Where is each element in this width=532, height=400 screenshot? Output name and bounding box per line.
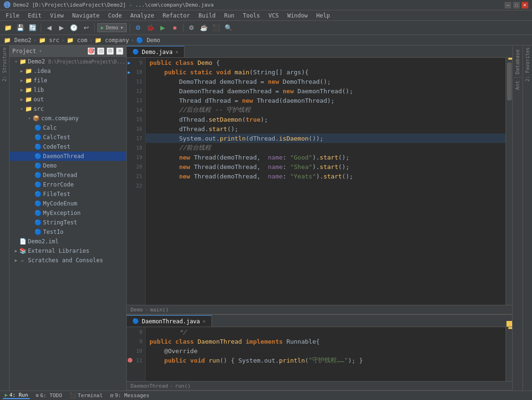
- line-22-num: 22: [127, 181, 145, 190]
- toolbar-back-btn[interactable]: ◀: [44, 23, 54, 33]
- toolbar-recent-btn[interactable]: 🕐: [69, 23, 79, 33]
- breadcrumb-run-method[interactable]: run(): [175, 383, 191, 389]
- toolbar-undo-btn[interactable]: ↩: [81, 23, 91, 33]
- tool-tab-todo[interactable]: ≡ 6: TODO: [34, 392, 64, 399]
- tree-item-calctest[interactable]: 🔵 CalcTest: [9, 133, 126, 142]
- tab-demo-close[interactable]: ✕: [175, 49, 178, 54]
- tab-demo-java[interactable]: 🔵 Demo.java ✕: [127, 46, 184, 57]
- toolbar-project-btn[interactable]: 📁: [3, 23, 13, 33]
- menu-file[interactable]: File: [2, 11, 23, 20]
- tree-label-mycodeenum: MyCodeEnum: [43, 200, 77, 207]
- menu-tools[interactable]: Tools: [239, 11, 264, 20]
- toolbar-save-btn[interactable]: 💾: [15, 23, 26, 33]
- top-code-content[interactable]: public class Demo { public static void m…: [146, 58, 506, 305]
- minimize-button[interactable]: ─: [505, 2, 511, 9]
- breadcrumb-sep1: ›: [33, 37, 36, 44]
- toolbar-stop-btn[interactable]: ■: [170, 23, 180, 33]
- toolbar-build-btn[interactable]: ⚙: [133, 23, 143, 33]
- menu-edit[interactable]: Edit: [24, 11, 45, 20]
- tree-item-out[interactable]: ▶ 📁 out: [9, 95, 126, 104]
- menu-help[interactable]: Help: [313, 11, 334, 20]
- scroll-thumb-top[interactable]: [507, 62, 512, 100]
- run-config-combo[interactable]: ▶ Demo ▾: [97, 23, 127, 32]
- tree-item-codetest[interactable]: 🔵 CodeTest: [9, 142, 126, 151]
- tree-item-scratches[interactable]: ▶ ✏ Scratches and Consoles: [9, 256, 126, 265]
- tree-item-file[interactable]: ▶ 📁 file: [9, 76, 126, 85]
- panel-close-btn[interactable]: ✕: [116, 47, 123, 55]
- src-folder-icon: 📁: [25, 105, 32, 113]
- tree-item-ext-libs[interactable]: ▶ 📚 External Libraries: [9, 246, 126, 256]
- demo2-folder-icon: 📁: [19, 58, 26, 65]
- toolbar-forward-btn[interactable]: ▶: [56, 23, 67, 33]
- tree-arrow-idea: ▶: [19, 68, 25, 74]
- database-label[interactable]: Database: [514, 47, 522, 76]
- menu-window[interactable]: Window: [283, 11, 311, 20]
- favorites-label[interactable]: 2: Favorites: [525, 45, 530, 83]
- tab-daemonthread-java[interactable]: 🔵 DaemonThread.java ✕: [127, 315, 212, 327]
- menu-build[interactable]: Build: [195, 11, 219, 20]
- editor-area: 🔵 Demo.java ✕ 9 ▶ 10 ▶ 11: [127, 45, 512, 391]
- tool-tab-run[interactable]: ▶ 4: Run: [3, 392, 30, 399]
- tree-item-stringtest[interactable]: 🔵 StringTest: [9, 218, 126, 227]
- tool-tab-terminal[interactable]: ⬛ Terminal: [68, 392, 105, 399]
- toolbar-run-btn[interactable]: ▶: [157, 23, 168, 33]
- menu-view[interactable]: View: [46, 11, 68, 20]
- breadcrumb-demo[interactable]: 🔵 Demo: [136, 37, 160, 44]
- tree-item-demo2[interactable]: ▾ 📁 Demo2 D:\Project\ideaProject\D...: [9, 57, 126, 66]
- panel-collapse-btn[interactable]: ⊟: [97, 47, 105, 55]
- maximize-button[interactable]: □: [513, 2, 520, 9]
- tree-item-filetest[interactable]: 🔵 FileTest: [9, 189, 126, 199]
- menu-run[interactable]: Run: [220, 11, 238, 20]
- menu-vcs[interactable]: VCS: [265, 11, 283, 20]
- ant-label[interactable]: Ant: [514, 79, 522, 92]
- structure-label[interactable]: 2: Structure: [2, 45, 7, 83]
- breadcrumb-company[interactable]: 📁 company: [95, 37, 129, 44]
- tree-item-myexception[interactable]: 🔵 MyException: [9, 208, 126, 218]
- toolbar-sdk-btn[interactable]: ☕: [199, 23, 209, 33]
- toolbar-debug-btn[interactable]: 🐞: [145, 23, 156, 33]
- tree-label-demo2: Demo2 D:\Project\ideaProject\D...: [28, 58, 125, 65]
- toolbar-settings-btn[interactable]: ⚙: [186, 23, 197, 33]
- tool-tab-messages[interactable]: ⊟ 9: Messages: [108, 392, 151, 399]
- tree-item-demo[interactable]: 🔵 Demo: [9, 161, 126, 170]
- breadcrumb-demo-class[interactable]: Demo: [131, 307, 143, 313]
- tree-arrow-com-company: ▾: [26, 116, 32, 121]
- bottom-code-content[interactable]: */ public class DaemonThread implements …: [146, 327, 506, 381]
- toolbar-sep4: [183, 24, 183, 32]
- tree-label-ext-libs: External Libraries: [28, 248, 89, 254]
- demothread-java-icon: 🔵: [34, 171, 42, 179]
- tree-label-errorcode: ErrorCode: [43, 181, 74, 188]
- tree-item-mycodeenum[interactable]: 🔵 MyCodeEnum: [9, 199, 126, 208]
- breadcrumb-daemonthread-class[interactable]: DaemonThread: [131, 383, 168, 389]
- tree-item-calc[interactable]: 🔵 Calc: [9, 123, 126, 133]
- tree-item-errorcode[interactable]: 🔵 ErrorCode: [9, 180, 126, 189]
- breadcrumb-main-method[interactable]: main(): [150, 307, 169, 313]
- menu-navigate[interactable]: Navigate: [69, 11, 104, 20]
- panel-settings-btn[interactable]: ⚙: [106, 47, 114, 55]
- toolbar-search-btn[interactable]: 🔍: [223, 23, 234, 33]
- bcode-line-10: @Override: [146, 346, 506, 356]
- tree-item-idea[interactable]: ▶ 📁 .idea: [9, 66, 126, 76]
- bottom-scrollbar[interactable]: [506, 327, 512, 381]
- errorcode-java-icon: 🔵: [34, 181, 42, 188]
- panel-locate-btn[interactable]: 🎯: [87, 47, 95, 55]
- bcode-line-8: */: [146, 327, 506, 337]
- breadcrumb-com[interactable]: 📁 com: [67, 37, 87, 44]
- breadcrumb-demo2[interactable]: 📁 Demo2: [4, 37, 31, 44]
- tab-daemon-close[interactable]: ✕: [203, 319, 206, 324]
- tree-item-demothread[interactable]: 🔵 DemoThread: [9, 170, 126, 180]
- menu-refactor[interactable]: Refactor: [159, 11, 194, 20]
- tree-item-demo2iml[interactable]: 📄 Demo2.iml: [9, 237, 126, 246]
- menu-code[interactable]: Code: [105, 11, 126, 20]
- toolbar-sync-btn[interactable]: 🔄: [27, 23, 38, 33]
- tree-item-testio[interactable]: 🔵 TestIo: [9, 227, 126, 237]
- breadcrumb-src[interactable]: 📁 src: [39, 37, 60, 44]
- close-button[interactable]: ✕: [522, 2, 528, 9]
- toolbar-terminal-btn[interactable]: ⬛: [211, 23, 221, 33]
- tree-item-com-company[interactable]: ▾ 📦 com.company: [9, 114, 126, 123]
- menu-analyze[interactable]: Analyze: [126, 11, 158, 20]
- tree-item-daemonthread[interactable]: 🔵 DaemonThread: [9, 151, 126, 161]
- tree-item-src[interactable]: ▾ 📁 src: [9, 104, 126, 114]
- tree-item-lib[interactable]: ▶ 📁 lib: [9, 85, 126, 95]
- top-scrollbar[interactable]: [506, 58, 512, 305]
